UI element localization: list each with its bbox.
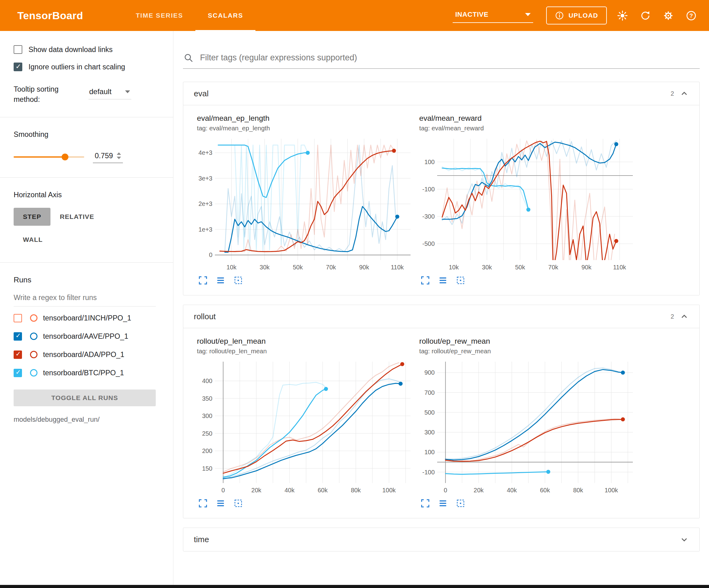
number-spinner[interactable]	[117, 152, 121, 159]
run-color-circle	[30, 351, 37, 358]
svg-text:?: ?	[689, 12, 692, 19]
chevron-down-icon[interactable]	[680, 535, 689, 544]
brightness-icon[interactable]	[615, 8, 630, 23]
smoothing-slider[interactable]	[14, 156, 84, 158]
tooltip-sorting-select[interactable]: default	[88, 86, 131, 99]
chevron-down-icon	[525, 13, 531, 16]
show-download-checkbox[interactable]	[14, 45, 22, 54]
chart-title: rollout/ep_len_mean	[197, 337, 414, 346]
fit-domain-icon[interactable]	[456, 276, 465, 285]
fit-domain-icon[interactable]	[233, 276, 243, 285]
axis-step-button[interactable]: STEP	[14, 208, 50, 226]
svg-text:0: 0	[444, 487, 447, 493]
run-checkbox[interactable]	[14, 369, 22, 377]
section-card-time: time	[183, 528, 700, 552]
chevron-up-icon[interactable]	[680, 312, 689, 321]
svg-text:90k: 90k	[359, 264, 369, 271]
section-count: 2	[671, 90, 674, 97]
horizontal-axis-label: Horizontal Axis	[14, 191, 159, 199]
run-checkbox[interactable]	[14, 351, 22, 359]
data-table-icon[interactable]	[216, 498, 226, 508]
fit-domain-icon[interactable]	[233, 498, 243, 508]
show-download-label: Show data download links	[28, 46, 113, 54]
app-title: TensorBoard	[17, 9, 83, 22]
runs-heading: Runs	[14, 276, 159, 284]
fullscreen-icon[interactable]	[420, 276, 430, 285]
svg-text:20k: 20k	[252, 487, 262, 493]
tag-filter-input[interactable]	[200, 53, 699, 63]
axis-wall-button[interactable]: WALL	[14, 231, 52, 249]
search-icon	[184, 53, 193, 62]
section-header-time[interactable]: time	[183, 528, 700, 551]
run-color-circle	[30, 333, 37, 340]
data-table-icon[interactable]	[438, 276, 448, 285]
ignore-outliers-checkbox[interactable]	[14, 62, 22, 71]
chart-subtitle: tag: eval/mean_ep_length	[197, 125, 414, 132]
data-table-icon[interactable]	[438, 498, 448, 508]
ignore-outliers-label: Ignore outliers in chart scaling	[28, 63, 125, 71]
tooltip-sorting-label: Tooltip sorting method:	[14, 84, 75, 105]
svg-text:100: 100	[424, 449, 435, 456]
toggle-all-runs-button[interactable]: TOGGLE ALL RUNS	[14, 389, 156, 406]
chart-toolbar	[198, 498, 414, 508]
upload-label: UPLOAD	[569, 12, 598, 19]
models-path: models/debugged_eval_run/	[14, 415, 159, 424]
upload-button[interactable]: UPLOAD	[546, 6, 607, 24]
section-header-eval[interactable]: eval2	[183, 82, 700, 105]
section-header-right: 2	[671, 312, 689, 321]
chevron-down-icon	[125, 91, 130, 93]
run-row[interactable]: tensorboard/AAVE/PPO_1	[14, 327, 168, 346]
status-dropdown[interactable]: INACTIVE	[453, 8, 533, 23]
section-header-rollout[interactable]: rollout2	[183, 305, 700, 328]
fullscreen-icon[interactable]	[420, 498, 430, 508]
svg-text:60k: 60k	[318, 487, 328, 493]
svg-text:300: 300	[202, 412, 212, 419]
smoothing-slider-thumb[interactable]	[61, 154, 69, 160]
run-checkbox[interactable]	[14, 332, 22, 340]
svg-text:90k: 90k	[581, 264, 592, 271]
fullscreen-icon[interactable]	[198, 498, 208, 508]
svg-text:50k: 50k	[293, 264, 303, 271]
tab-time-series[interactable]: TIME SERIES	[123, 0, 195, 31]
svg-text:-100: -100	[422, 469, 435, 476]
svg-text:100: 100	[424, 158, 435, 165]
app-header: TensorBoard TIME SERIES SCALARS INACTIVE…	[0, 0, 709, 31]
fit-domain-icon[interactable]	[456, 498, 465, 508]
spinner-up-icon[interactable]	[117, 152, 121, 155]
run-row[interactable]: tensorboard/ADA/PPO_1	[14, 346, 168, 364]
sidebar-divider	[0, 177, 173, 178]
tab-scalars[interactable]: SCALARS	[195, 0, 256, 31]
fullscreen-icon[interactable]	[198, 276, 208, 285]
run-label: tensorboard/ADA/PPO_1	[43, 351, 125, 359]
chevron-up-icon[interactable]	[680, 89, 689, 98]
chart-canvas-c3[interactable]: 020k40k60k80k100k150200250300350400	[197, 359, 414, 495]
svg-text:1e+3: 1e+3	[199, 226, 212, 233]
chart-c1: eval/mean_ep_lengthtag: eval/mean_ep_len…	[197, 114, 414, 285]
smoothing-value-input[interactable]: 0.759	[93, 151, 123, 163]
chart-toolbar	[420, 498, 636, 508]
run-row[interactable]: tensorboard/1INCH/PPO_1	[14, 309, 168, 327]
svg-text:3e+3: 3e+3	[199, 175, 212, 182]
data-table-icon[interactable]	[216, 276, 226, 285]
svg-text:110k: 110k	[391, 264, 404, 271]
svg-text:100k: 100k	[383, 487, 396, 493]
help-icon[interactable]: ?	[684, 8, 699, 23]
svg-text:10k: 10k	[449, 264, 459, 271]
svg-text:110k: 110k	[613, 264, 626, 271]
axis-relative-button[interactable]: RELATIVE	[50, 208, 103, 226]
chart-toolbar	[198, 276, 414, 285]
main-nav: TIME SERIES SCALARS	[123, 0, 256, 31]
svg-text:250: 250	[202, 430, 212, 437]
svg-text:80k: 80k	[351, 487, 361, 493]
chart-canvas-c4[interactable]: 020k40k60k80k100k-100100300500700900	[419, 359, 636, 495]
run-checkbox[interactable]	[14, 314, 22, 322]
refresh-icon[interactable]	[638, 8, 653, 23]
runs-list: tensorboard/1INCH/PPO_1tensorboard/AAVE/…	[0, 309, 173, 382]
run-row[interactable]: tensorboard/BTC/PPO_1	[14, 364, 168, 382]
settings-gear-icon[interactable]	[661, 8, 676, 23]
runs-filter-input[interactable]	[14, 293, 156, 307]
chart-title: eval/mean_reward	[419, 114, 636, 123]
chart-canvas-c1[interactable]: 10k30k50k70k90k110k01e+32e+33e+34e+3	[197, 136, 414, 273]
chart-canvas-c2[interactable]: 10k30k50k70k90k110k-500-300-100100	[419, 136, 636, 273]
spinner-down-icon[interactable]	[117, 157, 121, 159]
